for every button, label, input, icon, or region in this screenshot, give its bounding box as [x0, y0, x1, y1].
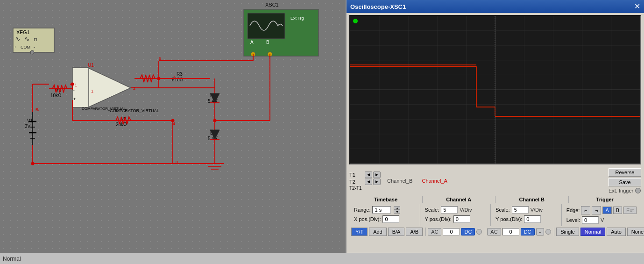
timing-row: T1 ◄ ► T2 ◄ ► T2-T1 — [349, 168, 641, 193]
ch-a-ypos-value: 0 — [453, 215, 470, 223]
svg-text:1: 1 — [91, 89, 93, 93]
trigger-ext-btn[interactable]: Ext — [623, 207, 637, 214]
oscilloscope-titlebar: Oscilloscope-XSC1 ✕ — [347, 0, 644, 13]
ch-b-scale-unit: V/Div — [531, 207, 543, 213]
ext-trigger-row: Ext. trigger — [609, 188, 641, 193]
ch-a-ac-btn[interactable]: AC — [428, 228, 441, 235]
ext-trigger-label: Ext. trigger — [609, 188, 633, 193]
ch-b-coupling-val: 0 — [502, 228, 519, 235]
svg-marker-17 — [88, 68, 131, 107]
ch-b-ypos-value: 0 — [524, 215, 541, 223]
ch-b-ac-btn[interactable]: AC — [487, 228, 501, 235]
reverse-button[interactable]: Reverse — [609, 168, 641, 177]
ch-b-coupling-section: AC 0 DC - — [487, 228, 554, 236]
none-btn[interactable]: None — [627, 228, 644, 236]
svg-point-83 — [157, 77, 161, 80]
svg-text:6: 6 — [159, 56, 161, 61]
svg-text:20kΩ: 20kΩ — [116, 122, 127, 127]
svg-text:∿: ∿ — [15, 35, 21, 43]
t2-arrows[interactable]: ◄ ► — [365, 178, 381, 185]
rising-edge-btn[interactable]: ⌐ — [581, 206, 590, 214]
edge-label: Edge: — [566, 207, 580, 213]
t1-right-btn[interactable]: ► — [373, 171, 381, 178]
channel-a-section: Scale: 5 V/Div Y pos.(Div): 0 — [420, 204, 491, 226]
ch-a-scale-label: Scale: — [425, 207, 439, 213]
svg-text:10kΩ: 10kΩ — [50, 93, 62, 98]
auto-btn[interactable]: Auto — [607, 228, 626, 236]
timebase-header: Timebase — [349, 196, 423, 203]
svg-text:B: B — [266, 40, 269, 45]
ch-a-scale-value: 5 — [441, 206, 458, 214]
ch-b-minus-btn[interactable]: - — [536, 228, 545, 235]
ch-a-scale-row: Scale: 5 V/Div — [423, 205, 488, 214]
trigger-b-btn[interactable]: B — [613, 207, 622, 214]
falling-edge-btn[interactable]: ¬ — [592, 206, 601, 214]
trigger-a-btn[interactable]: A — [602, 207, 611, 214]
section-headers: Timebase Channel A Channel B Trigger — [349, 195, 641, 204]
ch-a-ypos-label: Y pos.(Div): — [425, 216, 452, 222]
svg-point-8 — [30, 50, 34, 54]
range-input[interactable] — [372, 206, 391, 214]
ba-btn[interactable]: B/A — [388, 228, 405, 236]
svg-text:R3: R3 — [177, 71, 183, 77]
t2t1-label: T2-T1 — [349, 186, 363, 191]
svg-text:Ext Trg: Ext Trg — [290, 16, 304, 21]
trigger-edge-row: Edge: ⌐ ¬ A B Ext — [565, 205, 638, 215]
channel-labels: Channel_B Channel_A — [387, 178, 447, 184]
t2-right-btn[interactable]: ► — [373, 178, 381, 185]
ch-b-scale-label: Scale: — [495, 207, 510, 213]
svg-text:1: 1 — [75, 83, 77, 87]
oscilloscope-screen — [349, 15, 641, 164]
t1-label: T1 — [349, 172, 363, 178]
range-up-btn[interactable]: ▲ — [394, 206, 400, 210]
ext-trigger-indicator — [635, 188, 641, 193]
ch-b-dc-btn[interactable]: DC — [521, 228, 535, 235]
t1-arrows[interactable]: ◄ ► — [365, 171, 381, 178]
svg-text:+: + — [14, 45, 16, 50]
status-text: Normal — [3, 256, 21, 262]
trigger-header: Trigger — [569, 196, 642, 203]
yt-btn[interactable]: Y/T — [351, 228, 368, 236]
svg-text:XFG1: XFG1 — [16, 29, 30, 35]
t2-left-btn[interactable]: ◄ — [365, 178, 372, 185]
svg-text:5: 5 — [35, 107, 38, 112]
range-spinner[interactable]: ▲ ▼ — [394, 206, 400, 214]
ch-b-scale-value: 5 — [512, 206, 529, 214]
svg-text:+: + — [73, 97, 76, 101]
oscilloscope-panel: Oscilloscope-XSC1 ✕ — [346, 0, 644, 264]
x-pos-row: X pos.(Div): 0 — [352, 214, 417, 224]
single-btn[interactable]: Single — [556, 228, 579, 236]
svg-text:3V: 3V — [25, 124, 31, 129]
svg-text:U1: U1 — [88, 63, 94, 68]
ch-a-dc-btn[interactable]: DC — [461, 228, 475, 235]
trigger-indicator — [353, 19, 358, 23]
level-label: Level: — [566, 217, 580, 223]
svg-text:A: A — [250, 40, 254, 45]
save-button[interactable]: Save — [609, 178, 641, 186]
svg-text:∿: ∿ — [24, 35, 30, 43]
trigger-mode-section: Single Normal Auto None — [556, 228, 644, 236]
params-grid: Range: ▲ ▼ X pos.(Div): 0 Scale: 5 — [349, 204, 641, 226]
svg-point-82 — [71, 83, 74, 86]
close-button[interactable]: ✕ — [634, 3, 640, 10]
ab-btn[interactable]: A/B — [406, 228, 423, 236]
bottom-controls: Y/T Add B/A A/B AC 0 DC AC 0 DC - — [349, 226, 641, 237]
channel-b-header: Channel B — [495, 196, 569, 203]
channel-b-section: Scale: 5 V/Div Y pos.(Div): 0 — [491, 204, 562, 226]
svg-text:-: - — [34, 45, 35, 50]
display-mode-section: Y/T Add B/A A/B — [351, 228, 426, 236]
ch-b-coupling-indicator — [545, 229, 551, 235]
svg-rect-11 — [248, 13, 285, 39]
oscilloscope-title: Oscilloscope-XSC1 — [350, 3, 406, 10]
waveform-display — [350, 16, 640, 164]
add-btn[interactable]: Add — [369, 228, 387, 236]
t1-left-btn[interactable]: ◄ — [365, 171, 372, 178]
svg-point-81 — [31, 162, 35, 165]
range-down-btn[interactable]: ▼ — [394, 210, 400, 214]
svg-text:810Ω: 810Ω — [172, 77, 184, 82]
oscilloscope-controls: T1 ◄ ► T2 ◄ ► T2-T1 — [347, 166, 644, 238]
status-bar: Normal — [0, 253, 644, 264]
channel-a-header: Channel A — [423, 196, 496, 203]
channel-b-label: Channel_B — [387, 178, 412, 184]
normal-btn[interactable]: Normal — [580, 228, 605, 236]
